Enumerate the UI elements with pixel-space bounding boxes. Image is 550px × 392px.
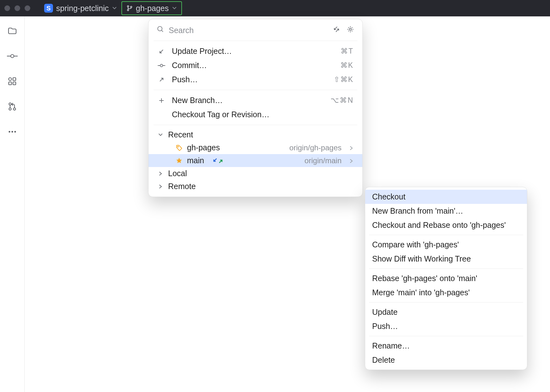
recent-section-header[interactable]: Recent — [149, 128, 362, 141]
recent-label: Recent — [168, 130, 193, 139]
branch-ops-section: New Branch… ⌥⌘N Checkout Tag or Revision… — [149, 90, 362, 122]
remote-label: Remote — [168, 182, 196, 191]
branches-tree: Recent gh-pages origin/gh-pages main ori… — [149, 125, 362, 193]
ctx-label: Checkout and Rebase onto 'gh-pages' — [372, 221, 506, 229]
svg-point-2 — [131, 6, 132, 8]
traffic-minimize-icon[interactable] — [15, 5, 20, 11]
svg-point-15 — [11, 131, 13, 132]
ctx-label: Push… — [372, 322, 398, 331]
commit-icon — [157, 63, 166, 68]
checkout-tag-action[interactable]: Checkout Tag or Revision… — [149, 107, 362, 122]
traffic-close-icon[interactable] — [4, 5, 10, 11]
project-name: spring-petclinic — [56, 4, 109, 13]
search-input[interactable] — [169, 26, 328, 35]
local-label: Local — [168, 169, 187, 178]
divider — [369, 235, 523, 235]
local-section-header[interactable]: Local — [149, 167, 362, 180]
tracking-remote: origin/main — [305, 156, 342, 165]
chevron-down-icon — [112, 6, 117, 11]
gear-icon[interactable] — [347, 26, 354, 35]
ctx-label: Checkout — [372, 192, 406, 201]
arrow-up-right-icon — [157, 77, 166, 83]
push-label: Push… — [172, 75, 198, 84]
current-branch-name: gh-pages — [136, 4, 169, 13]
svg-point-0 — [127, 6, 129, 7]
search-icon — [157, 26, 164, 35]
tag-icon — [176, 144, 183, 151]
search-row — [149, 19, 362, 41]
plus-icon — [157, 97, 166, 104]
commit-action[interactable]: Commit… ⌘K — [149, 58, 362, 72]
chevron-right-icon — [349, 156, 354, 165]
arrow-down-left-icon — [157, 48, 166, 55]
traffic-zoom-icon[interactable] — [25, 5, 30, 11]
divider — [369, 336, 523, 336]
branches-popup: Update Project… ⌘T Commit… ⌘K Push… ⇧⌘K … — [148, 19, 363, 197]
svg-point-20 — [160, 64, 163, 67]
svg-point-10 — [9, 103, 11, 105]
commit-label: Commit… — [172, 61, 207, 70]
svg-point-17 — [158, 26, 162, 31]
ctx-delete[interactable]: Delete — [365, 353, 527, 367]
svg-point-11 — [9, 108, 11, 110]
ctx-rename[interactable]: Rename… — [365, 339, 527, 353]
commit-tool-icon[interactable] — [7, 50, 18, 62]
ctx-new-branch-from[interactable]: New Branch from 'main'… — [365, 204, 527, 218]
svg-point-6 — [9, 78, 11, 81]
branch-context-menu: Checkout New Branch from 'main'… Checkou… — [365, 187, 527, 370]
svg-line-18 — [161, 30, 163, 32]
chevron-right-icon — [349, 143, 354, 152]
ctx-compare[interactable]: Compare with 'gh-pages' — [365, 238, 527, 252]
fetch-icon[interactable] — [333, 26, 340, 35]
divider — [369, 268, 523, 269]
remote-section-header[interactable]: Remote — [149, 180, 362, 193]
ctx-rebase[interactable]: Rebase 'gh-pages' onto 'main' — [365, 271, 527, 285]
new-branch-label: New Branch… — [172, 96, 223, 105]
new-branch-action[interactable]: New Branch… ⌥⌘N — [149, 93, 362, 107]
svg-rect-7 — [13, 78, 16, 81]
project-icon: S — [44, 4, 53, 13]
shortcut: ⌥⌘N — [331, 96, 354, 105]
svg-point-16 — [14, 131, 16, 132]
shortcut: ⌘K — [340, 61, 354, 70]
window-traffic-lights — [4, 5, 30, 11]
pull-requests-tool-icon[interactable] — [7, 101, 18, 112]
vcs-actions-section: Update Project… ⌘T Commit… ⌘K Push… ⇧⌘K — [149, 41, 362, 87]
more-tool-icon[interactable] — [7, 126, 18, 137]
ctx-label: Compare with 'gh-pages' — [372, 240, 459, 249]
update-project-label: Update Project… — [172, 47, 232, 56]
project-tool-icon[interactable] — [7, 25, 18, 37]
ctx-merge[interactable]: Merge 'main' into 'gh-pages' — [365, 285, 527, 300]
ctx-label: Merge 'main' into 'gh-pages' — [372, 288, 470, 297]
titlebar: S spring-petclinic gh-pages — [0, 0, 550, 16]
branch-selector[interactable]: gh-pages — [121, 1, 182, 15]
push-action[interactable]: Push… ⇧⌘K — [149, 72, 362, 87]
ctx-label: Rename… — [372, 341, 410, 350]
ctx-checkout-rebase[interactable]: Checkout and Rebase onto 'gh-pages' — [365, 218, 527, 232]
branch-item-main[interactable]: main origin/main — [149, 154, 362, 167]
checkout-tag-label: Checkout Tag or Revision… — [172, 110, 269, 119]
star-icon — [176, 157, 183, 164]
left-toolbar — [0, 16, 25, 392]
ctx-push[interactable]: Push… — [365, 319, 527, 333]
chevron-down-icon — [172, 6, 177, 11]
svg-rect-8 — [9, 82, 11, 85]
update-project-action[interactable]: Update Project… ⌘T — [149, 44, 362, 58]
ctx-label: New Branch from 'main'… — [372, 206, 463, 215]
shortcut: ⌘T — [341, 47, 354, 55]
structure-tool-icon[interactable] — [7, 76, 18, 87]
project-selector[interactable]: S spring-petclinic — [44, 4, 117, 13]
ctx-label: Rebase 'gh-pages' onto 'main' — [372, 274, 477, 283]
branch-item-gh-pages[interactable]: gh-pages origin/gh-pages — [149, 141, 362, 154]
chevron-right-icon — [157, 171, 164, 176]
svg-point-1 — [127, 9, 129, 11]
svg-point-25 — [178, 146, 178, 147]
svg-point-19 — [349, 28, 351, 30]
ctx-checkout[interactable]: Checkout — [365, 190, 527, 204]
tracking-remote: origin/gh-pages — [290, 143, 342, 152]
ctx-update[interactable]: Update — [365, 305, 527, 319]
svg-point-14 — [9, 131, 10, 132]
shortcut: ⇧⌘K — [334, 75, 354, 84]
incoming-outgoing-icon — [213, 158, 223, 164]
ctx-show-diff[interactable]: Show Diff with Working Tree — [365, 252, 527, 266]
